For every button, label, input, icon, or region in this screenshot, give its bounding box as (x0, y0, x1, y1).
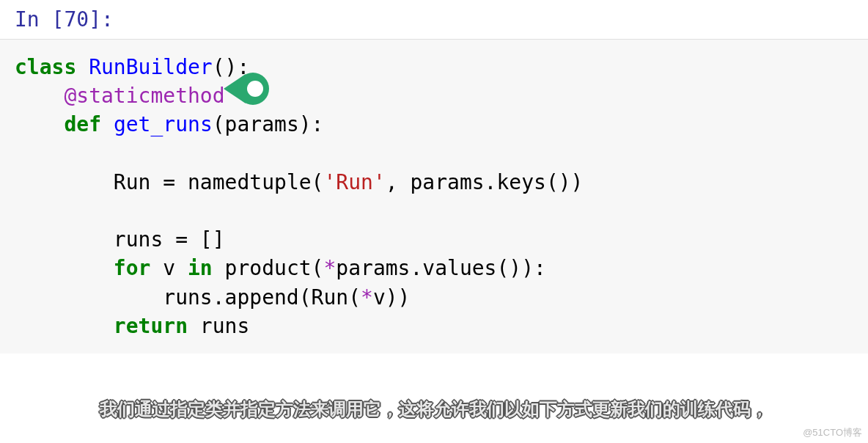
code-line (15, 197, 853, 225)
code-line: return runs (15, 312, 853, 340)
code-line: def get_runs(params): (15, 110, 853, 139)
prompt-area: In [70]: (0, 0, 868, 40)
code-cell[interactable]: class RunBuilder(): @staticmethod def ge… (0, 40, 868, 354)
code-line: runs.append(Run(*v)) (15, 283, 853, 312)
code-line (15, 139, 853, 168)
input-prompt: In [70]: (15, 7, 114, 32)
code-line: @staticmethod (15, 81, 853, 110)
video-subtitle: 我们通过指定类并指定方法来调用它，这将允许我们以如下方式更新我们的训练代码， (100, 398, 768, 421)
code-line: Run = namedtuple('Run', params.keys()) (15, 168, 853, 197)
watermark: @51CTO博客 (803, 426, 862, 439)
code-line: runs = [] (15, 225, 853, 254)
code-line: class RunBuilder(): (15, 53, 853, 81)
code-line: for v in product(*params.values()): (15, 254, 853, 282)
